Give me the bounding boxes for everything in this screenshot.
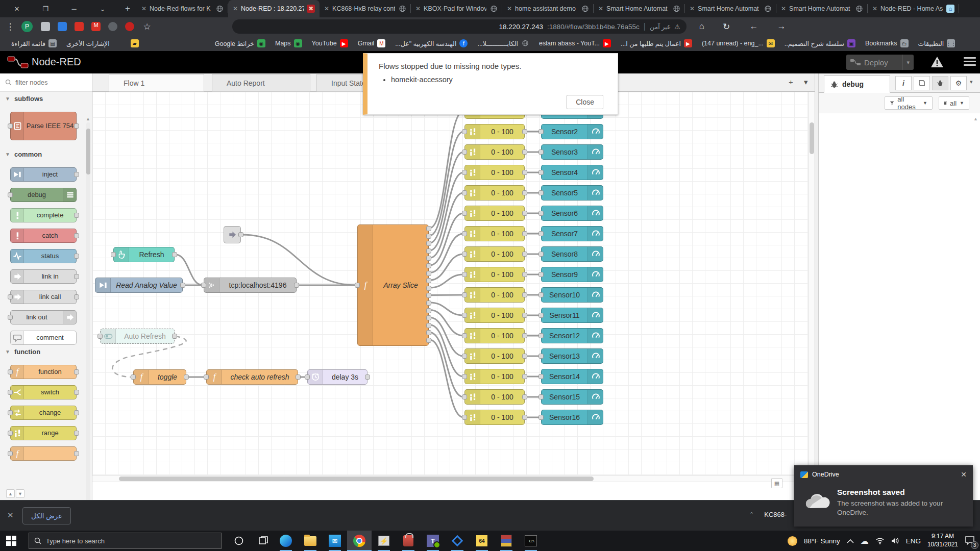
browser-tab-3[interactable]: ✕KC868-HxB relay cont — [320, 0, 411, 17]
toast-close-icon[interactable]: ✕ — [961, 470, 967, 479]
browser-menu-icon[interactable]: ⋮ — [4, 17, 16, 36]
bookmark-item[interactable]: التطبيقات⋮⋮ — [918, 39, 955, 47]
palette-scrollbar[interactable] — [86, 122, 90, 500]
download-item[interactable]: ⌃ KC868- — [749, 511, 787, 518]
canvas-vertical-scrollbar[interactable] — [808, 92, 815, 482]
taskbar-app-file-explorer[interactable] — [298, 531, 323, 551]
restore-window-icon[interactable]: ❐ — [34, 0, 57, 17]
debug-clear-button[interactable]: all ▼ — [939, 96, 969, 110]
node-output-port[interactable] — [426, 308, 431, 313]
node-output-port[interactable] — [522, 211, 527, 216]
palette-section-function[interactable]: ▼function — [0, 345, 92, 359]
node-output-port[interactable] — [426, 338, 431, 343]
taskbar-app-3d-viewer[interactable] — [445, 531, 470, 551]
palette-collapse-down-button[interactable]: ▼ — [16, 489, 24, 498]
tab-close-icon[interactable]: ✕ — [781, 5, 786, 12]
node-gauge-15[interactable]: Sensor15 — [541, 389, 603, 405]
taskbar-app-device-setup[interactable]: ⚡ — [372, 531, 396, 551]
node-range-5[interactable]: 0 - 100 — [464, 185, 525, 201]
wifi-icon[interactable] — [875, 537, 885, 544]
node-gauge-16[interactable]: Sensor16 — [541, 410, 603, 425]
tab-close-icon[interactable]: ✕ — [507, 5, 512, 12]
node-input-port[interactable] — [538, 272, 544, 277]
browser-tab-5[interactable]: ✕home assistant demo — [502, 0, 594, 17]
node-output-port[interactable] — [74, 369, 79, 374]
node-gauge-3[interactable]: Sensor3 — [541, 144, 603, 160]
palette-node-debug[interactable]: debug — [10, 188, 77, 202]
node-output-port[interactable] — [426, 323, 431, 328]
node-output-port[interactable] — [74, 213, 79, 218]
debug-tab-button[interactable] — [932, 76, 948, 90]
palette-node-range[interactable]: range — [10, 426, 77, 440]
taskbar-clock[interactable]: 9:17 AM 10/31/2021 — [927, 533, 958, 548]
browser-tab-4[interactable]: ✕KBOX-Pad for Windov — [411, 0, 502, 17]
node-output-port[interactable] — [522, 292, 527, 297]
node-input-port[interactable] — [462, 211, 467, 216]
node-output-port[interactable] — [74, 233, 79, 238]
cortana-button[interactable] — [227, 531, 251, 551]
language-indicator[interactable]: ENG — [906, 537, 921, 545]
deploy-dropdown-icon[interactable]: ▾ — [906, 59, 910, 66]
browser-tab-2[interactable]: ✕Node-RED : 18.220.27⌘ — [228, 0, 320, 17]
not-secure-warning-icon[interactable]: ⚠ — [674, 23, 680, 31]
node-output-port[interactable] — [426, 248, 431, 254]
node-read-analog-value[interactable]: Read Analog Value — [95, 278, 183, 293]
sidebar-scroll-up-icon[interactable]: ▲ — [973, 116, 978, 121]
node-output-port[interactable] — [365, 374, 370, 380]
home-icon[interactable]: ⌂ — [694, 17, 709, 36]
node-output-port[interactable] — [522, 415, 527, 420]
node-input-port[interactable] — [462, 292, 467, 297]
new-tab-button[interactable]: + — [121, 3, 134, 15]
node-output-port[interactable] — [180, 283, 185, 288]
palette-collapse-up-button[interactable]: ▲ — [6, 489, 15, 498]
node-range-6[interactable]: 0 - 100 — [464, 206, 525, 221]
bookmark-item[interactable]: اعمال يتم طلبها من ا...▶ — [621, 39, 692, 47]
node-input-port[interactable] — [111, 252, 116, 257]
node-input-port[interactable] — [462, 313, 467, 318]
dark-circle-extension-icon[interactable] — [108, 22, 117, 31]
node-output-port[interactable] — [522, 170, 527, 175]
gmail-extension-icon[interactable]: M — [91, 22, 101, 31]
node-output-port[interactable] — [522, 394, 527, 399]
bookmark-item[interactable]: (147 unread) - eng_...✉ — [702, 39, 775, 47]
node-output-port[interactable] — [172, 252, 177, 257]
node-output-port[interactable] — [426, 234, 431, 239]
flow-tab-auto-report[interactable]: Auto Report — [212, 74, 310, 92]
bookmark-item[interactable]: الهندسه الكهربيه "عل...f — [395, 39, 468, 47]
palette-node-link out[interactable]: link out — [10, 310, 77, 324]
node-delay-3s[interactable]: delay 3s — [307, 369, 368, 385]
downloads-close-icon[interactable]: ✕ — [7, 511, 14, 520]
node-gauge-7[interactable]: Sensor7 — [541, 226, 603, 241]
node-input-port[interactable] — [538, 415, 544, 420]
node-range-4[interactable]: 0 - 100 — [464, 165, 525, 180]
tab-close-icon[interactable]: ✕ — [324, 5, 329, 12]
bookmark-item[interactable]: الكابـــــــــــلا... — [477, 39, 529, 47]
node-gauge-14[interactable]: Sensor14 — [541, 369, 603, 384]
node-output-port[interactable] — [426, 315, 431, 320]
node-gauge-10[interactable]: Sensor10 — [541, 287, 603, 303]
palette-node-inject[interactable]: inject — [10, 167, 77, 182]
palette-node-comment[interactable]: comment — [10, 331, 77, 345]
action-center-button[interactable]: 3 — [965, 536, 975, 546]
add-flow-button[interactable]: + — [789, 78, 793, 86]
palette-node-change[interactable]: change — [10, 406, 77, 420]
node-output-port[interactable] — [522, 129, 527, 134]
node-input-port[interactable] — [201, 283, 206, 288]
taskbar-app-edge[interactable] — [274, 531, 298, 551]
node-output-port[interactable] — [426, 256, 431, 261]
node-output-port[interactable] — [522, 190, 527, 195]
palette-node-switch[interactable]: switch — [10, 385, 77, 399]
node-output-port[interactable] — [74, 172, 79, 177]
node-input-port[interactable] — [462, 415, 467, 420]
node-range-13[interactable]: 0 - 100 — [464, 348, 525, 364]
bookmark-item[interactable]: خرائط Google◉ — [215, 39, 265, 47]
flow-tab-flow-1[interactable]: Flow 1 — [109, 74, 204, 92]
wire[interactable] — [430, 274, 463, 288]
task-view-button[interactable] — [251, 531, 276, 551]
node-input-port[interactable] — [97, 334, 103, 339]
palette-node-catch[interactable]: catch — [10, 229, 77, 243]
node-input-port[interactable] — [538, 149, 544, 155]
node-auto-refresh[interactable]: Auto Refresh — [100, 329, 175, 344]
node-gauge-4[interactable]: Sensor4 — [541, 165, 603, 180]
node-input-port[interactable] — [538, 394, 544, 399]
